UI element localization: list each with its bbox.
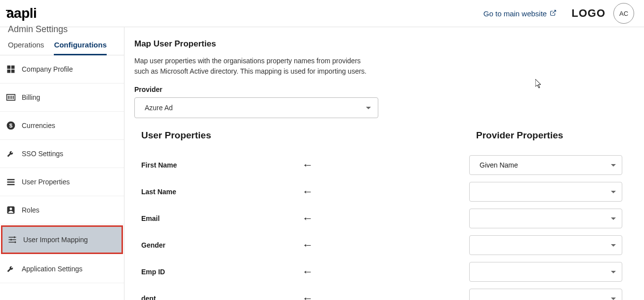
chevron-down-icon bbox=[611, 217, 616, 220]
sidebar-item-label: User Import Mapping bbox=[23, 236, 88, 244]
svg-rect-10 bbox=[7, 184, 15, 185]
brand-logo: aapli bbox=[6, 5, 37, 21]
sidebar-item-application-settings[interactable]: Application Settings bbox=[0, 255, 124, 283]
svg-rect-4 bbox=[11, 96, 12, 99]
svg-rect-2 bbox=[8, 96, 9, 99]
sidebar-item-user-properties[interactable]: User Properties bbox=[0, 168, 124, 196]
arrow-left-icon: ← bbox=[302, 186, 313, 197]
svg-rect-5 bbox=[13, 96, 14, 99]
chevron-down-icon bbox=[611, 298, 616, 300]
svg-point-15 bbox=[14, 241, 16, 243]
provider-prop-select[interactable] bbox=[469, 235, 622, 255]
user-prop-label: Gender bbox=[134, 241, 165, 249]
dollar-icon: $ bbox=[6, 121, 16, 130]
chevron-down-icon bbox=[611, 271, 616, 273]
sidebar-item-label: Application Settings bbox=[22, 265, 82, 273]
user-prop-label: Last Name bbox=[134, 188, 176, 196]
user-prop-label: First Name bbox=[134, 161, 177, 169]
arrow-left-icon: ← bbox=[302, 160, 313, 171]
person-icon bbox=[6, 205, 16, 215]
svg-line-0 bbox=[553, 10, 556, 13]
section-title: Admin Settings bbox=[0, 24, 124, 35]
arrow-left-icon: ← bbox=[302, 240, 313, 251]
wrench-icon bbox=[6, 264, 16, 274]
provider-prop-select[interactable]: Given Name bbox=[469, 155, 622, 175]
provider-select[interactable]: Azure Ad bbox=[134, 97, 378, 118]
tab-operations[interactable]: Operations bbox=[8, 41, 44, 55]
sidebar-item-label: Roles bbox=[22, 206, 40, 214]
provider-prop-select[interactable] bbox=[469, 289, 622, 300]
sidebar-item-user-import-mapping[interactable]: User Import Mapping bbox=[1, 225, 123, 254]
user-prop-label: Email bbox=[134, 214, 160, 222]
sidebar-item-currencies[interactable]: $ Currencies bbox=[0, 112, 124, 140]
user-properties-header: User Properties bbox=[134, 130, 302, 141]
chevron-down-icon bbox=[611, 244, 616, 247]
page-title: Map User Properties bbox=[134, 39, 634, 49]
sidebar-item-sso-settings[interactable]: SSO Settings bbox=[0, 140, 124, 168]
org-logo: LOGO bbox=[571, 7, 605, 20]
svg-point-13 bbox=[14, 236, 15, 238]
avatar[interactable]: AC bbox=[613, 3, 634, 24]
provider-label: Provider bbox=[134, 86, 634, 93]
main-website-link[interactable]: Go to main website bbox=[483, 9, 557, 18]
svg-text:$: $ bbox=[9, 122, 13, 129]
chevron-down-icon bbox=[366, 107, 371, 109]
sidebar-item-company-profile[interactable]: Company Profile bbox=[0, 55, 124, 84]
arrow-left-icon: ← bbox=[302, 213, 313, 224]
external-link-icon bbox=[550, 9, 557, 18]
provider-prop-select[interactable] bbox=[469, 182, 622, 202]
arrow-left-icon: ← bbox=[302, 266, 313, 277]
sidebar-item-label: Company Profile bbox=[22, 65, 73, 73]
wrench-icon bbox=[6, 149, 16, 159]
arrow-left-icon: ← bbox=[302, 293, 313, 300]
svg-rect-9 bbox=[7, 181, 15, 183]
user-prop-label: Emp ID bbox=[134, 268, 165, 276]
page-description: Map user properties with the organisatio… bbox=[134, 56, 376, 77]
sidebar-item-label: Billing bbox=[22, 93, 40, 101]
chevron-down-icon bbox=[611, 164, 616, 167]
sidebar-item-roles[interactable]: Roles bbox=[0, 196, 124, 224]
barcode-icon bbox=[6, 92, 16, 102]
user-prop-label: dept bbox=[134, 295, 156, 300]
tab-configurations[interactable]: Configurations bbox=[54, 41, 107, 55]
svg-rect-8 bbox=[7, 179, 15, 180]
sliders-icon bbox=[7, 235, 17, 245]
sidebar-item-label: Currencies bbox=[22, 122, 55, 129]
svg-point-14 bbox=[10, 239, 12, 240]
provider-properties-header: Provider Properties bbox=[469, 130, 623, 141]
svg-point-12 bbox=[10, 208, 12, 210]
provider-prop-select[interactable] bbox=[469, 262, 622, 282]
chevron-down-icon bbox=[611, 191, 616, 193]
provider-prop-select[interactable] bbox=[469, 209, 622, 228]
sidebar-item-label: User Properties bbox=[22, 178, 70, 186]
sidebar-item-label: SSO Settings bbox=[22, 150, 63, 158]
svg-rect-3 bbox=[10, 96, 11, 99]
list-icon bbox=[6, 177, 16, 187]
grid-icon bbox=[6, 64, 16, 74]
sidebar-item-billing[interactable]: Billing bbox=[0, 84, 124, 112]
